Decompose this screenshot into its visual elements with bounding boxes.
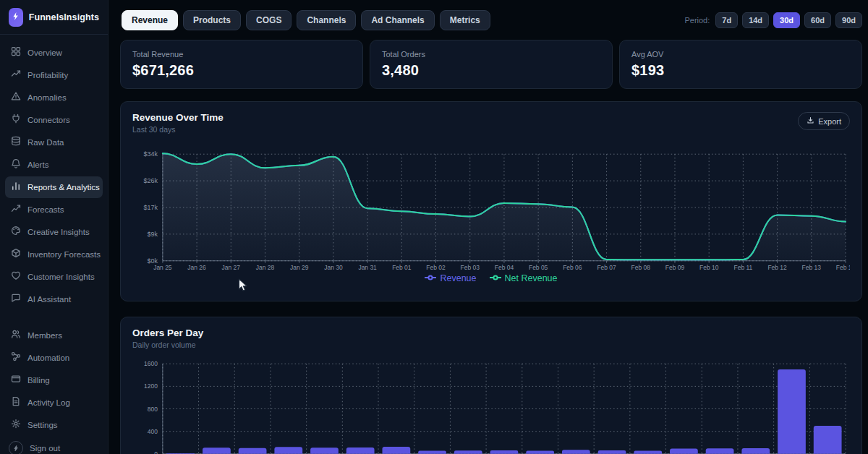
order-bar-jan-26[interactable] <box>203 447 231 454</box>
svg-text:Jan 30: Jan 30 <box>324 264 343 270</box>
svg-text:Feb 08: Feb 08 <box>631 264 651 270</box>
sidebar-item-raw-data[interactable]: Raw Data <box>5 132 103 153</box>
users-icon <box>11 329 21 342</box>
kpi-label: Avg AOV <box>631 50 850 59</box>
order-bar-jan-28[interactable] <box>274 447 302 454</box>
tab-cogs[interactable]: COGS <box>246 10 292 30</box>
revenue-card-header: Revenue Over Time Last 30 days Export <box>132 112 850 138</box>
brand-logo <box>9 8 23 27</box>
order-bar-jan-29[interactable] <box>310 447 339 454</box>
sidebar-item-ai-assistant[interactable]: AI Assistant <box>5 288 103 310</box>
grid-icon <box>11 46 21 59</box>
orders-bar-chart[interactable]: 160012008004000Jan 25Jan 26Jan 27Jan 28J… <box>132 359 850 454</box>
sidebar-item-alerts[interactable]: Alerts <box>5 154 103 176</box>
period-button-14d[interactable]: 14d <box>742 12 769 28</box>
heart-icon <box>11 270 21 283</box>
legend-label: Net Revenue <box>505 273 558 283</box>
order-bar-jan-30[interactable] <box>346 447 375 454</box>
order-bar-feb-10[interactable] <box>741 448 770 454</box>
svg-text:$34k: $34k <box>143 150 158 158</box>
order-bar-feb-03[interactable] <box>490 450 519 454</box>
sidebar-item-label: Sign out <box>30 444 60 453</box>
period-button-90d[interactable]: 90d <box>835 12 862 28</box>
export-button-label: Export <box>818 117 841 126</box>
sidebar-item-label: Billing <box>27 376 50 385</box>
svg-text:1200: 1200 <box>144 382 158 390</box>
tab-channels[interactable]: Channels <box>297 10 356 30</box>
order-bar-feb-06[interactable] <box>598 450 626 454</box>
order-bar-feb-04[interactable] <box>526 451 554 454</box>
sidebar-item-label: Anomalies <box>27 93 67 102</box>
export-button[interactable]: Export <box>798 112 850 130</box>
svg-text:Jan 25: Jan 25 <box>153 264 172 270</box>
sidebar-item-overview[interactable]: Overview <box>5 42 103 64</box>
bolt-circle-icon <box>9 441 23 454</box>
revenue-line-chart[interactable]: $34k$26k$17k$9k$0kJan 25Jan 26Jan 27Jan … <box>132 142 850 270</box>
svg-text:400: 400 <box>148 428 158 435</box>
sidebar-item-automation[interactable]: Automation <box>5 347 103 369</box>
tab-products[interactable]: Products <box>183 10 241 30</box>
sidebar-item-sign-out[interactable]: Sign out <box>5 437 103 454</box>
bar-chart-icon <box>11 181 21 194</box>
sidebar-footer-nav: MembersAutomationBillingActivity LogSett… <box>0 317 108 454</box>
order-bar-feb-11[interactable] <box>778 369 806 454</box>
kpi-card-total-revenue: Total Revenue$671,266 <box>120 40 363 89</box>
orders-card-title: Orders Per Day <box>132 327 203 338</box>
sidebar-item-label: Connectors <box>27 116 70 124</box>
sidebar-item-reports-analytics[interactable]: Reports & Analytics <box>5 176 103 198</box>
palette-icon <box>11 226 21 239</box>
credit-card-icon <box>11 374 21 387</box>
order-bar-feb-01[interactable] <box>418 451 446 454</box>
tab-revenue[interactable]: Revenue <box>122 10 178 30</box>
sidebar-item-connectors[interactable]: Connectors <box>5 109 103 131</box>
sidebar-item-label: Profitability <box>27 71 68 80</box>
sidebar-item-profitability[interactable]: Profitability <box>5 64 103 86</box>
period-button-7d[interactable]: 7d <box>715 12 738 28</box>
sidebar-item-settings[interactable]: Settings <box>5 414 103 436</box>
order-bar-feb-08[interactable] <box>670 448 698 453</box>
sidebar: FunnelsInsights OverviewProfitabilityAno… <box>0 0 109 454</box>
sidebar-item-anomalies[interactable]: Anomalies <box>5 87 103 108</box>
legend-item-revenue[interactable]: Revenue <box>425 273 476 283</box>
kpi-label: Total Revenue <box>132 50 351 59</box>
sidebar-item-members[interactable]: Members <box>5 325 103 346</box>
gear-icon <box>11 419 21 432</box>
svg-text:Feb 10: Feb 10 <box>699 264 719 270</box>
sidebar-item-activity-log[interactable]: Activity Log <box>5 392 103 414</box>
legend-label: Revenue <box>440 273 476 283</box>
order-bar-jan-27[interactable] <box>239 448 267 454</box>
period-button-60d[interactable]: 60d <box>804 12 831 28</box>
tab-ad-channels[interactable]: Ad Channels <box>361 10 434 30</box>
package-icon <box>11 248 21 261</box>
tab-metrics[interactable]: Metrics <box>440 10 490 30</box>
tab-bar: RevenueProductsCOGSChannelsAd ChannelsMe… <box>122 10 490 30</box>
legend-marker-icon <box>490 273 501 283</box>
order-bar-jan-31[interactable] <box>382 447 410 454</box>
kpi-card-avg-aov: Avg AOV$193 <box>619 40 862 89</box>
database-icon <box>11 136 21 149</box>
svg-text:800: 800 <box>148 406 158 413</box>
kpi-value: $671,266 <box>132 62 351 79</box>
topbar: RevenueProductsCOGSChannelsAd ChannelsMe… <box>120 0 862 40</box>
svg-text:1600: 1600 <box>144 360 158 367</box>
order-bar-feb-05[interactable] <box>562 450 590 454</box>
orders-card-header: Orders Per Day Daily order volume <box>132 327 850 355</box>
period-button-30d[interactable]: 30d <box>773 12 800 28</box>
order-bar-feb-07[interactable] <box>634 451 662 454</box>
sidebar-item-label: Customer Insights <box>27 273 95 281</box>
sidebar-item-creative-insights[interactable]: Creative Insights <box>5 221 103 243</box>
plug-icon <box>11 113 21 127</box>
sidebar-item-label: Creative Insights <box>27 228 90 236</box>
order-bar-feb-09[interactable] <box>706 448 734 454</box>
svg-text:Feb 14: Feb 14 <box>836 264 850 270</box>
order-bar-feb-02[interactable] <box>454 450 482 454</box>
sidebar-item-billing[interactable]: Billing <box>5 369 103 391</box>
sidebar-item-forecasts[interactable]: Forecasts <box>5 199 103 220</box>
sidebar-item-customer-insights[interactable]: Customer Insights <box>5 266 103 288</box>
legend-item-net-revenue[interactable]: Net Revenue <box>490 273 558 283</box>
kpi-row: Total Revenue$671,266Total Orders3,480Av… <box>120 40 862 89</box>
sidebar-item-label: Inventory Forecasts <box>27 250 101 259</box>
sidebar-item-inventory-forecasts[interactable]: Inventory Forecasts <box>5 244 103 265</box>
sidebar-item-label: Alerts <box>27 160 48 169</box>
order-bar-feb-12[interactable] <box>814 426 842 454</box>
